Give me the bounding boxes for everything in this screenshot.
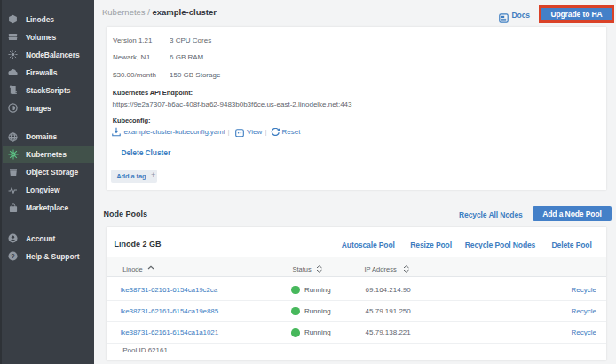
- svg-text:?: ?: [11, 252, 15, 260]
